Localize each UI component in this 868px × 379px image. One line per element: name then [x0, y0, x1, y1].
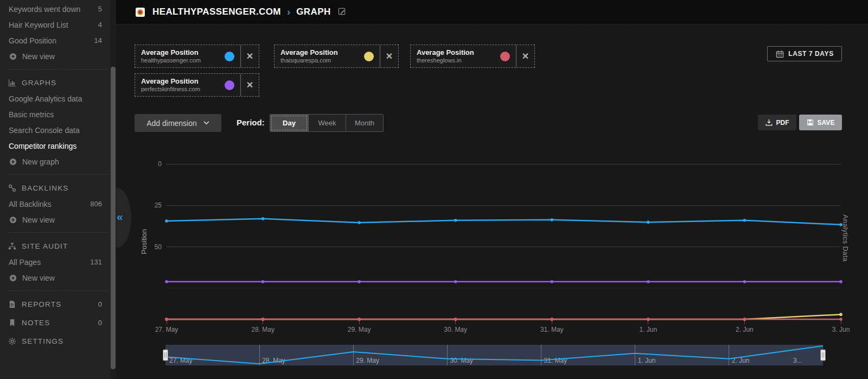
- chart-navigator[interactable]: 27. May28. May29. May30. May31. May1. Ju…: [136, 342, 863, 379]
- add-dimension-button[interactable]: Add dimension: [135, 114, 221, 132]
- chevron-down-icon: [203, 121, 209, 125]
- divider: [8, 290, 108, 291]
- section-label: SITE AUDIT: [22, 242, 68, 250]
- plus-circle-icon: [9, 157, 17, 166]
- remove-dimension-button[interactable]: ✕: [240, 45, 259, 67]
- sidebar-section-graphs: GRAPHS: [0, 74, 116, 91]
- svg-text:3...: 3...: [793, 357, 802, 364]
- sidebar-item-label: New graph: [22, 157, 59, 166]
- section-label: REPORTS: [22, 300, 61, 308]
- series-color-dot: [364, 52, 374, 61]
- svg-text:3. Jun: 3. Jun: [832, 326, 850, 333]
- sidebar-item-reports[interactable]: REPORTS 0: [0, 296, 116, 312]
- bookmark-icon: [8, 318, 16, 327]
- dimension-card-healthypassenger[interactable]: Average Position healthypassenger.com ✕: [135, 45, 259, 68]
- sidebar-item-all-pages[interactable]: All Pages 131: [0, 254, 116, 270]
- save-floppy-icon: [807, 119, 814, 126]
- svg-text:29. May: 29. May: [348, 326, 371, 333]
- sidebar-section-backlinks: BACKLINKS: [0, 180, 116, 196]
- sidebar-new-graph[interactable]: New graph: [0, 154, 116, 169]
- svg-text:29. May: 29. May: [356, 357, 379, 364]
- dimension-card-theresheglows[interactable]: Average Position theresheglows.in ✕: [410, 45, 535, 68]
- sidebar-new-view-keywords[interactable]: New view: [0, 48, 116, 64]
- competitor-rankings-chart: 0255027. May28. May29. May30. May31. May…: [136, 155, 863, 339]
- section-label: SETTINGS: [22, 337, 63, 345]
- sidebar-new-view-backlinks[interactable]: New view: [0, 212, 116, 228]
- breadcrumb-site[interactable]: HEALTHYPASSENGER.COM: [152, 7, 281, 17]
- section-label: GRAPHS: [22, 79, 56, 87]
- period-month-button[interactable]: Month: [346, 115, 383, 131]
- sidebar-item-all-backlinks[interactable]: All Backlinks 806: [0, 196, 116, 212]
- series-color-dot: [225, 52, 234, 61]
- date-range-button[interactable]: LAST 7 DAYS: [767, 46, 842, 61]
- sidebar-item-label: Basic metrics: [9, 110, 54, 119]
- sidebar-item-label: Good Position: [9, 36, 56, 45]
- chevron-right-icon: ›: [287, 6, 290, 18]
- sidebar-item-label: New view: [22, 52, 55, 61]
- collapse-sidebar-icon[interactable]: «: [117, 211, 123, 222]
- download-icon: [765, 119, 773, 126]
- svg-text:27. May: 27. May: [155, 326, 178, 333]
- link-icon: [8, 184, 16, 192]
- period-week-button[interactable]: Week: [308, 115, 346, 131]
- svg-text:30. May: 30. May: [450, 357, 473, 364]
- dimension-card-thaisquarespa[interactable]: Average Position thaisquarespa.com ✕: [274, 45, 399, 68]
- sidebar-item-label: New view: [22, 274, 55, 282]
- dimension-card-perfectskinfitness[interactable]: Average Position perfectskinfitness.com …: [135, 73, 259, 97]
- count-badge: 806: [90, 200, 102, 208]
- calendar-icon: [775, 49, 784, 58]
- plus-circle-icon: [9, 216, 17, 224]
- save-button[interactable]: SAVE: [799, 115, 842, 130]
- sidebar-item-notes[interactable]: NOTES 0: [0, 314, 116, 331]
- sidebar-scrollbar-thumb[interactable]: [111, 67, 116, 369]
- date-range-label: LAST 7 DAYS: [788, 50, 834, 58]
- file-text-icon: [8, 300, 16, 308]
- svg-text:Position: Position: [140, 229, 148, 254]
- period-segmented-control: Day Week Month: [270, 114, 384, 132]
- sidebar-item-hair-keyword-list[interactable]: Hair Keyword List 4: [0, 17, 116, 33]
- pdf-button[interactable]: PDF: [758, 115, 796, 130]
- sidebar-item-basic-metrics[interactable]: Basic metrics: [0, 106, 116, 122]
- sidebar: Keywords went down 5 Hair Keyword List 4…: [0, 0, 116, 379]
- remove-dimension-button[interactable]: ✕: [380, 45, 398, 67]
- site-favicon: [136, 8, 145, 17]
- count-badge: 5: [98, 5, 102, 13]
- sidebar-item-keywords-went-down[interactable]: Keywords went down 5: [0, 1, 116, 17]
- sidebar-item-label: New view: [22, 216, 55, 224]
- card-subtitle: theresheglows.in: [417, 57, 474, 65]
- divider: [8, 232, 108, 233]
- sidebar-item-google-analytics-data[interactable]: Google Analytics data: [0, 91, 116, 106]
- sidebar-item-label: All Pages: [9, 258, 41, 267]
- sidebar-item-search-console-data[interactable]: Search Console data: [0, 122, 116, 138]
- period-day-button[interactable]: Day: [270, 115, 308, 131]
- sidebar-item-settings[interactable]: SETTINGS: [0, 333, 116, 349]
- card-title: Average Position: [141, 48, 201, 57]
- svg-text:31. May: 31. May: [540, 326, 564, 333]
- edit-pencil-icon[interactable]: [338, 7, 346, 17]
- sidebar-item-label: Competitor rankings: [9, 142, 76, 150]
- sidebar-item-good-position[interactable]: Good Position 14: [0, 33, 116, 48]
- app-root: Keywords went down 5 Hair Keyword List 4…: [0, 0, 868, 379]
- svg-text:1. Jun: 1. Jun: [638, 357, 656, 364]
- pdf-label: PDF: [776, 119, 789, 127]
- svg-text:2. Jun: 2. Jun: [736, 326, 754, 333]
- count-badge: 14: [94, 36, 102, 45]
- remove-dimension-button[interactable]: ✕: [240, 74, 259, 96]
- svg-text:0: 0: [158, 160, 162, 168]
- count-badge: 4: [98, 21, 102, 29]
- series-color-dot: [500, 52, 510, 61]
- main-content: Average Position healthypassenger.com ✕ …: [116, 24, 868, 379]
- period-label: Period:: [237, 118, 265, 127]
- sidebar-new-view-site-audit[interactable]: New view: [0, 270, 116, 286]
- sidebar-item-competitor-rankings[interactable]: Competitor rankings: [0, 138, 116, 154]
- count-badge: 0: [98, 300, 102, 308]
- save-label: SAVE: [818, 119, 835, 127]
- remove-dimension-button[interactable]: ✕: [516, 45, 534, 67]
- series-color-dot: [225, 80, 234, 90]
- breadcrumb-page: GRAPH: [296, 7, 330, 17]
- sidebar-section-site-audit: SITE AUDIT: [0, 238, 116, 254]
- topbar: HEALTHYPASSENGER.COM › GRAPH: [116, 0, 868, 24]
- navigator-svg: 27. May28. May29. May30. May31. May1. Ju…: [136, 342, 863, 379]
- svg-text:50: 50: [155, 243, 162, 251]
- bar-chart-icon: [8, 78, 16, 87]
